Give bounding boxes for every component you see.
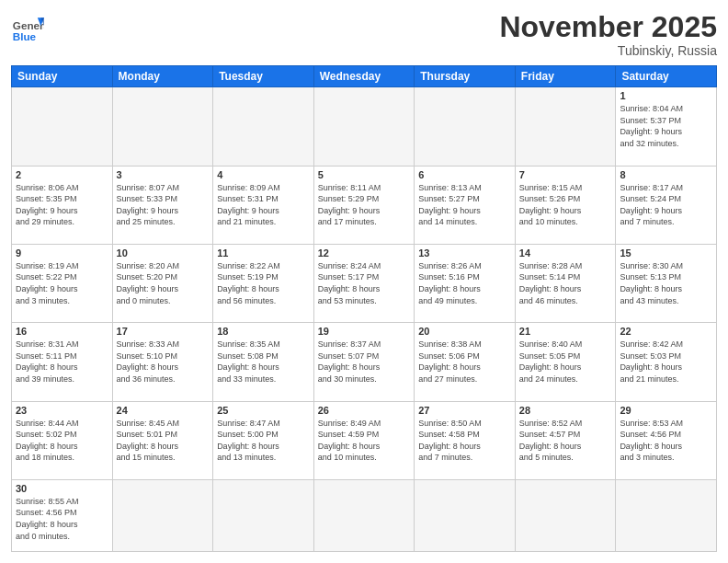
calendar-cell bbox=[415, 87, 516, 166]
day-number: 30 bbox=[16, 483, 108, 494]
weekday-header-saturday: Saturday bbox=[616, 66, 717, 87]
day-info: Sunrise: 8:20 AM Sunset: 5:20 PM Dayligh… bbox=[117, 260, 210, 306]
day-info: Sunrise: 8:09 AM Sunset: 5:31 PM Dayligh… bbox=[217, 182, 310, 228]
title-block: November 2025 Tubinskiy, Russia bbox=[499, 11, 717, 58]
weekday-header-thursday: Thursday bbox=[415, 66, 516, 87]
day-number: 7 bbox=[519, 169, 612, 180]
calendar-cell bbox=[515, 87, 616, 166]
calendar-cell: 3Sunrise: 8:07 AM Sunset: 5:33 PM Daylig… bbox=[112, 166, 213, 244]
calendar-cell: 21Sunrise: 8:40 AM Sunset: 5:05 PM Dayli… bbox=[515, 323, 616, 401]
calendar-cell bbox=[12, 87, 113, 166]
day-info: Sunrise: 8:33 AM Sunset: 5:10 PM Dayligh… bbox=[117, 339, 210, 385]
calendar-cell: 13Sunrise: 8:26 AM Sunset: 5:16 PM Dayli… bbox=[415, 244, 516, 322]
weekday-header-monday: Monday bbox=[112, 66, 213, 87]
calendar-cell: 17Sunrise: 8:33 AM Sunset: 5:10 PM Dayli… bbox=[112, 323, 213, 401]
calendar-cell: 4Sunrise: 8:09 AM Sunset: 5:31 PM Daylig… bbox=[213, 166, 314, 244]
calendar-cell: 27Sunrise: 8:50 AM Sunset: 4:58 PM Dayli… bbox=[415, 401, 516, 479]
weekday-header-friday: Friday bbox=[515, 66, 616, 87]
weekday-header-tuesday: Tuesday bbox=[213, 66, 314, 87]
svg-text:Blue: Blue bbox=[13, 30, 37, 42]
calendar-cell: 15Sunrise: 8:30 AM Sunset: 5:13 PM Dayli… bbox=[616, 244, 717, 322]
day-info: Sunrise: 8:19 AM Sunset: 5:22 PM Dayligh… bbox=[16, 260, 108, 306]
calendar-cell: 11Sunrise: 8:22 AM Sunset: 5:19 PM Dayli… bbox=[213, 244, 314, 322]
day-info: Sunrise: 8:30 AM Sunset: 5:13 PM Dayligh… bbox=[620, 260, 712, 306]
calendar-cell bbox=[313, 479, 415, 551]
logo: General Blue bbox=[11, 11, 44, 44]
day-number: 19 bbox=[318, 326, 411, 337]
day-info: Sunrise: 8:04 AM Sunset: 5:37 PM Dayligh… bbox=[620, 103, 712, 149]
day-info: Sunrise: 8:24 AM Sunset: 5:17 PM Dayligh… bbox=[318, 260, 411, 306]
header: General Blue November 2025 Tubinskiy, Ru… bbox=[11, 11, 717, 58]
day-number: 12 bbox=[318, 247, 411, 259]
location: Tubinskiy, Russia bbox=[499, 43, 717, 58]
day-number: 9 bbox=[16, 247, 108, 259]
day-info: Sunrise: 8:37 AM Sunset: 5:07 PM Dayligh… bbox=[318, 339, 411, 385]
day-info: Sunrise: 8:53 AM Sunset: 4:56 PM Dayligh… bbox=[620, 418, 712, 464]
calendar-cell: 7Sunrise: 8:15 AM Sunset: 5:26 PM Daylig… bbox=[515, 166, 616, 244]
calendar-cell bbox=[112, 87, 213, 166]
day-number: 20 bbox=[418, 326, 511, 337]
day-number: 18 bbox=[217, 326, 310, 337]
calendar-cell: 10Sunrise: 8:20 AM Sunset: 5:20 PM Dayli… bbox=[112, 244, 213, 322]
day-info: Sunrise: 8:17 AM Sunset: 5:24 PM Dayligh… bbox=[620, 182, 712, 228]
calendar-cell bbox=[112, 479, 213, 551]
day-number: 14 bbox=[519, 247, 612, 259]
day-info: Sunrise: 8:49 AM Sunset: 4:59 PM Dayligh… bbox=[318, 418, 411, 464]
day-info: Sunrise: 8:50 AM Sunset: 4:58 PM Dayligh… bbox=[418, 418, 511, 464]
day-number: 11 bbox=[217, 247, 310, 259]
day-number: 24 bbox=[117, 405, 210, 416]
weekday-header-wednesday: Wednesday bbox=[313, 66, 415, 87]
day-number: 10 bbox=[117, 247, 210, 259]
calendar-cell bbox=[213, 479, 314, 551]
day-info: Sunrise: 8:06 AM Sunset: 5:35 PM Dayligh… bbox=[16, 182, 108, 228]
day-info: Sunrise: 8:26 AM Sunset: 5:16 PM Dayligh… bbox=[418, 260, 511, 306]
weekday-header-row: SundayMondayTuesdayWednesdayThursdayFrid… bbox=[12, 66, 717, 87]
calendar-cell: 14Sunrise: 8:28 AM Sunset: 5:14 PM Dayli… bbox=[515, 244, 616, 322]
calendar-cell: 16Sunrise: 8:31 AM Sunset: 5:11 PM Dayli… bbox=[12, 323, 113, 401]
calendar-cell bbox=[313, 87, 415, 166]
calendar-cell: 9Sunrise: 8:19 AM Sunset: 5:22 PM Daylig… bbox=[12, 244, 113, 322]
calendar-cell: 5Sunrise: 8:11 AM Sunset: 5:29 PM Daylig… bbox=[313, 166, 415, 244]
day-info: Sunrise: 8:38 AM Sunset: 5:06 PM Dayligh… bbox=[418, 339, 511, 385]
day-number: 29 bbox=[620, 405, 712, 416]
calendar-cell bbox=[515, 479, 616, 551]
day-info: Sunrise: 8:47 AM Sunset: 5:00 PM Dayligh… bbox=[217, 418, 310, 464]
day-number: 1 bbox=[620, 90, 712, 101]
day-info: Sunrise: 8:44 AM Sunset: 5:02 PM Dayligh… bbox=[16, 418, 108, 464]
day-number: 6 bbox=[418, 169, 511, 180]
day-info: Sunrise: 8:45 AM Sunset: 5:01 PM Dayligh… bbox=[117, 418, 210, 464]
calendar-cell: 28Sunrise: 8:52 AM Sunset: 4:57 PM Dayli… bbox=[515, 401, 616, 479]
week-row-3: 16Sunrise: 8:31 AM Sunset: 5:11 PM Dayli… bbox=[12, 323, 717, 401]
calendar-cell: 22Sunrise: 8:42 AM Sunset: 5:03 PM Dayli… bbox=[616, 323, 717, 401]
day-info: Sunrise: 8:42 AM Sunset: 5:03 PM Dayligh… bbox=[620, 339, 712, 385]
day-number: 8 bbox=[620, 169, 712, 180]
calendar-cell: 23Sunrise: 8:44 AM Sunset: 5:02 PM Dayli… bbox=[12, 401, 113, 479]
calendar-cell: 30Sunrise: 8:55 AM Sunset: 4:56 PM Dayli… bbox=[12, 479, 113, 551]
day-number: 15 bbox=[620, 247, 712, 259]
day-number: 28 bbox=[519, 405, 612, 416]
calendar-cell: 24Sunrise: 8:45 AM Sunset: 5:01 PM Dayli… bbox=[112, 401, 213, 479]
day-number: 22 bbox=[620, 326, 712, 337]
logo-icon: General Blue bbox=[11, 11, 44, 44]
day-info: Sunrise: 8:15 AM Sunset: 5:26 PM Dayligh… bbox=[519, 182, 612, 228]
day-info: Sunrise: 8:07 AM Sunset: 5:33 PM Dayligh… bbox=[117, 182, 210, 228]
calendar-cell: 19Sunrise: 8:37 AM Sunset: 5:07 PM Dayli… bbox=[313, 323, 415, 401]
weekday-header-sunday: Sunday bbox=[12, 66, 113, 87]
calendar-cell: 1Sunrise: 8:04 AM Sunset: 5:37 PM Daylig… bbox=[616, 87, 717, 166]
week-row-4: 23Sunrise: 8:44 AM Sunset: 5:02 PM Dayli… bbox=[12, 401, 717, 479]
day-info: Sunrise: 8:55 AM Sunset: 4:56 PM Dayligh… bbox=[16, 496, 108, 542]
day-number: 5 bbox=[318, 169, 411, 180]
calendar-cell: 18Sunrise: 8:35 AM Sunset: 5:08 PM Dayli… bbox=[213, 323, 314, 401]
calendar-cell: 20Sunrise: 8:38 AM Sunset: 5:06 PM Dayli… bbox=[415, 323, 516, 401]
calendar-table: SundayMondayTuesdayWednesdayThursdayFrid… bbox=[11, 65, 717, 552]
week-row-1: 2Sunrise: 8:06 AM Sunset: 5:35 PM Daylig… bbox=[12, 166, 717, 244]
calendar-cell: 26Sunrise: 8:49 AM Sunset: 4:59 PM Dayli… bbox=[313, 401, 415, 479]
day-info: Sunrise: 8:35 AM Sunset: 5:08 PM Dayligh… bbox=[217, 339, 310, 385]
day-info: Sunrise: 8:28 AM Sunset: 5:14 PM Dayligh… bbox=[519, 260, 612, 306]
page: General Blue November 2025 Tubinskiy, Ru… bbox=[0, 0, 728, 563]
calendar-cell: 8Sunrise: 8:17 AM Sunset: 5:24 PM Daylig… bbox=[616, 166, 717, 244]
calendar-cell: 2Sunrise: 8:06 AM Sunset: 5:35 PM Daylig… bbox=[12, 166, 113, 244]
calendar-cell: 6Sunrise: 8:13 AM Sunset: 5:27 PM Daylig… bbox=[415, 166, 516, 244]
month-title: November 2025 bbox=[499, 11, 717, 43]
day-number: 16 bbox=[16, 326, 108, 337]
